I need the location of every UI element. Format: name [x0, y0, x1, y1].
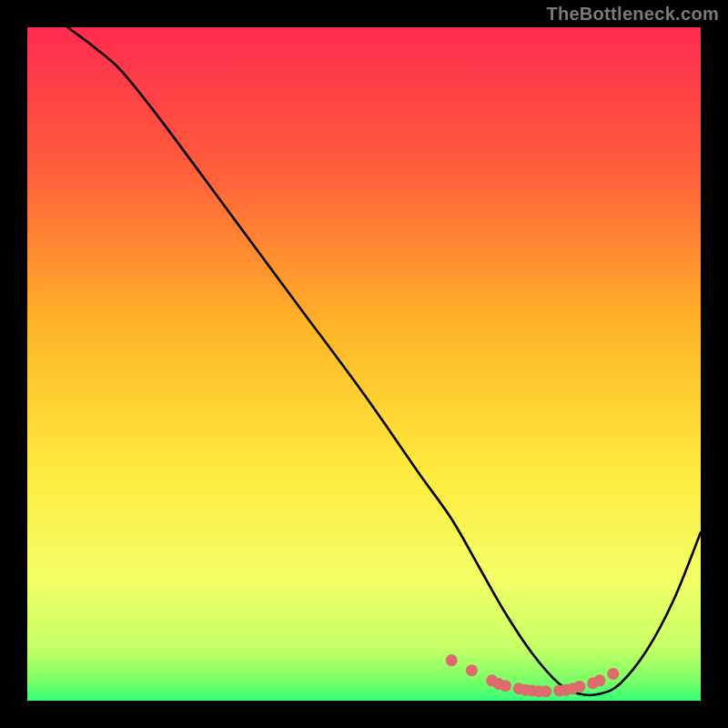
highlight-dot	[573, 681, 585, 693]
bottleneck-chart	[0, 0, 728, 728]
watermark-text: TheBottleneck.com	[546, 4, 719, 25]
highlight-dot	[594, 674, 606, 686]
highlight-dot	[466, 664, 478, 676]
highlight-dot	[540, 685, 551, 697]
highlight-dot	[607, 668, 619, 680]
highlight-dot	[446, 654, 458, 666]
highlight-dot	[500, 680, 511, 692]
plot-background	[27, 27, 701, 701]
